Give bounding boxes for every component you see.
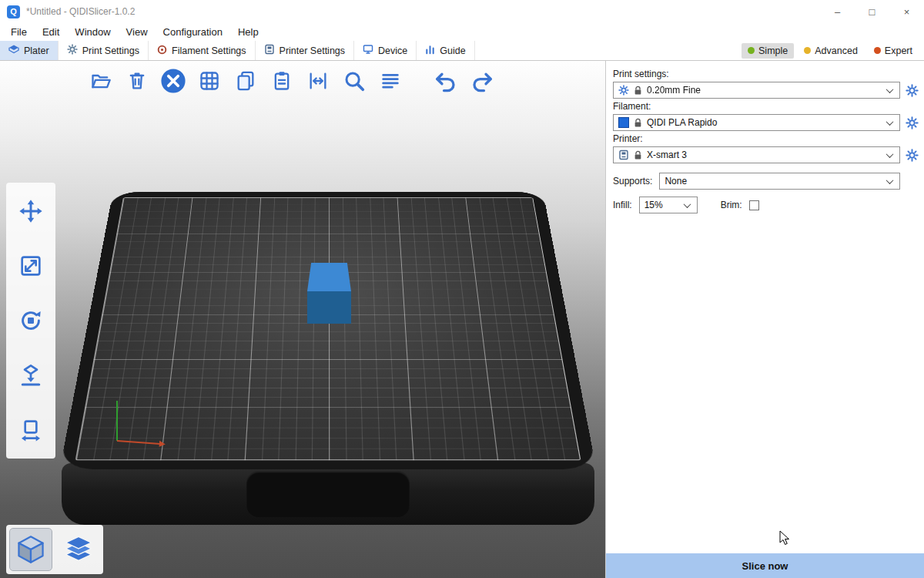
instances-button[interactable] xyxy=(303,66,333,96)
mode-expert[interactable]: Expert xyxy=(868,43,919,59)
move-tool-button[interactable] xyxy=(13,193,49,229)
title-bar: Q *Untitled - QIDISlicer-1.0.2 – □ × xyxy=(0,0,924,23)
infill-label: Infill: xyxy=(613,200,632,210)
settings-sidebar: Print settings: 0.20mm Fine Filament: QI… xyxy=(605,61,924,578)
menu-file[interactable]: File xyxy=(3,25,35,39)
3d-editor-view-button[interactable] xyxy=(10,529,52,570)
menu-configuration[interactable]: Configuration xyxy=(156,25,230,39)
mode-selector: Simple Advanced Expert xyxy=(742,41,924,60)
place-on-face-tool-button[interactable] xyxy=(13,358,49,393)
rotate-tool-button[interactable] xyxy=(13,303,49,338)
printer-gear-button[interactable] xyxy=(904,147,919,163)
print-settings-row: 0.20mm Fine xyxy=(613,82,919,99)
menu-bar: File Edit Window View Configuration Help xyxy=(0,23,924,41)
supports-combobox[interactable]: None xyxy=(659,173,900,190)
mode-label: Advanced xyxy=(815,45,858,56)
window-controls: – □ × xyxy=(820,0,924,23)
paste-button[interactable] xyxy=(267,66,296,96)
arrange-button[interactable] xyxy=(195,66,224,96)
tab-device[interactable]: Device xyxy=(354,41,417,60)
supports-label: Supports: xyxy=(613,176,652,187)
filament-gear-button[interactable] xyxy=(904,115,919,130)
device-monitor-icon xyxy=(363,44,373,57)
tab-plater[interactable]: Plater xyxy=(0,41,59,60)
menu-view[interactable]: View xyxy=(119,25,156,39)
printer-label: Printer: xyxy=(613,133,919,144)
brim-checkbox[interactable] xyxy=(749,200,759,210)
supports-value: None xyxy=(665,176,687,187)
filament-combobox[interactable]: QIDI PLA Rapido xyxy=(613,114,900,131)
tab-printer-settings[interactable]: Printer Settings xyxy=(256,41,354,60)
layer-editing-button[interactable] xyxy=(376,66,405,96)
filament-row: QIDI PLA Rapido xyxy=(613,114,919,131)
close-button[interactable]: × xyxy=(889,0,924,23)
infill-row: Infill: 15% Brim: xyxy=(613,197,919,213)
3d-viewport[interactable] xyxy=(0,61,605,578)
mirror-icon xyxy=(18,418,43,442)
delete-icon xyxy=(126,70,148,92)
gear-icon xyxy=(906,84,919,97)
undo-button[interactable] xyxy=(431,66,460,96)
scale-icon xyxy=(18,254,43,278)
redo-button[interactable] xyxy=(467,66,497,96)
place-on-face-icon xyxy=(18,363,43,388)
3d-scene[interactable] xyxy=(0,61,605,578)
mode-advanced[interactable]: Advanced xyxy=(798,43,864,59)
print-bed xyxy=(60,192,597,469)
preview-layers-view-button[interactable] xyxy=(58,529,99,570)
infill-combobox[interactable]: 15% xyxy=(639,197,698,213)
menu-edit[interactable]: Edit xyxy=(35,25,67,39)
search-icon xyxy=(343,69,366,92)
print-settings-combobox[interactable]: 0.20mm Fine xyxy=(613,82,900,99)
rotate-icon xyxy=(18,308,43,333)
filament-spool-icon xyxy=(157,45,167,57)
print-settings-label: Print settings: xyxy=(613,69,919,79)
mode-simple[interactable]: Simple xyxy=(742,43,794,59)
guide-bars-icon xyxy=(425,45,435,57)
layer-editing-icon xyxy=(380,70,401,92)
menu-window[interactable]: Window xyxy=(67,25,118,39)
search-button[interactable] xyxy=(340,66,369,96)
mirror-tool-button[interactable] xyxy=(13,412,49,448)
tab-filament-settings[interactable]: Filament Settings xyxy=(149,41,256,60)
delete-button[interactable] xyxy=(122,66,152,96)
plater-icon xyxy=(8,44,19,57)
menu-help[interactable]: Help xyxy=(230,25,266,39)
print-settings-gear-button[interactable] xyxy=(904,82,919,98)
printer-row: X-smart 3 xyxy=(613,146,919,163)
preview-layers-icon xyxy=(63,534,94,565)
bed-grid xyxy=(75,197,581,460)
printer-combobox[interactable]: X-smart 3 xyxy=(613,146,900,163)
chevron-down-icon xyxy=(886,118,894,126)
tab-guide[interactable]: Guide xyxy=(417,41,474,60)
gear-icon xyxy=(906,116,919,129)
mode-label: Expert xyxy=(885,45,912,56)
expert-mode-dot-icon xyxy=(874,47,881,54)
lock-icon xyxy=(634,150,642,160)
delete-all-button[interactable] xyxy=(159,66,188,96)
view-toolbar xyxy=(6,525,103,574)
copy-button[interactable] xyxy=(231,66,260,96)
filament-label: Filament: xyxy=(613,101,919,112)
chevron-down-icon xyxy=(886,86,894,93)
slice-now-button[interactable]: Slice now xyxy=(606,553,924,578)
gear-icon xyxy=(906,149,919,162)
filament-color-swatch xyxy=(618,117,629,128)
y-axis-indicator xyxy=(116,401,118,441)
printer-icon xyxy=(264,44,275,57)
minimize-button[interactable]: – xyxy=(820,0,855,23)
mode-label: Simple xyxy=(758,45,788,56)
tab-print-settings[interactable]: Print Settings xyxy=(59,41,149,60)
chevron-down-icon xyxy=(886,176,894,184)
open-button[interactable] xyxy=(86,66,116,96)
model-cube[interactable] xyxy=(307,263,351,324)
3d-editor-view-icon xyxy=(15,534,46,565)
scale-tool-button[interactable] xyxy=(13,248,49,284)
move-icon xyxy=(18,199,43,223)
window-title: *Untitled - QIDISlicer-1.0.2 xyxy=(26,6,135,17)
tab-label: Device xyxy=(378,45,407,56)
paste-icon xyxy=(271,70,293,92)
print-settings-value: 0.20mm Fine xyxy=(647,85,701,96)
tab-label: Print Settings xyxy=(82,45,139,56)
maximize-button[interactable]: □ xyxy=(855,0,889,23)
